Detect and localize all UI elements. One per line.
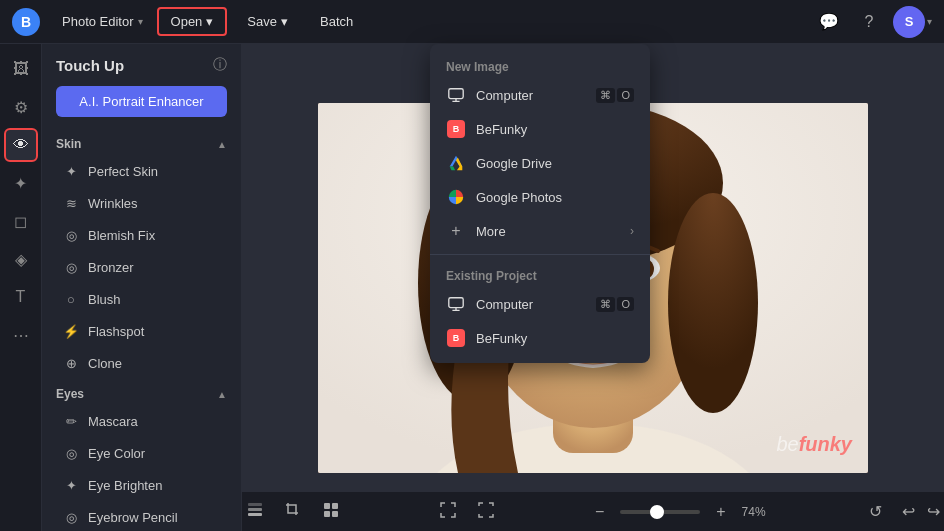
tool-eye-brighten[interactable]: ✦ Eye Brighten: [42, 469, 241, 501]
tool-eye-color[interactable]: ◎ Eye Color: [42, 437, 241, 469]
computer-existing-icon: [446, 294, 466, 314]
batch-label: Batch: [320, 14, 353, 29]
reset-icon[interactable]: ↺: [865, 498, 886, 525]
zoom-thumb[interactable]: [650, 505, 664, 519]
undo-icon[interactable]: ↩: [898, 498, 919, 525]
skin-section-title: Skin: [56, 137, 81, 151]
svg-marker-22: [450, 167, 455, 171]
info-icon[interactable]: ⓘ: [213, 56, 227, 74]
open-chevron: ▾: [206, 14, 213, 29]
save-chevron: ▾: [281, 14, 288, 29]
svg-rect-15: [248, 513, 262, 516]
wrinkles-label: Wrinkles: [88, 196, 138, 211]
svg-rect-18: [324, 511, 330, 517]
user-avatar: S: [893, 6, 925, 38]
plus-symbol: +: [447, 222, 465, 240]
tool-bronzer[interactable]: ◎ Bronzer: [42, 251, 241, 283]
open-more[interactable]: + More ›: [430, 214, 650, 248]
befunky-logo-icon: B: [447, 120, 465, 138]
eye-brighten-label: Eye Brighten: [88, 478, 162, 493]
open-befunky-existing[interactable]: B BeFunky: [430, 321, 650, 355]
app-name-button[interactable]: Photo Editor ▾: [56, 10, 149, 33]
zoom-in-icon[interactable]: +: [712, 499, 729, 525]
mascara-label: Mascara: [88, 414, 138, 429]
logo-area: B: [12, 8, 40, 36]
more-arrow-icon: ›: [630, 224, 634, 238]
dropdown-divider: [430, 254, 650, 255]
topbar-right: 💬 ? S ▾: [813, 6, 932, 38]
befunky-existing-icon: B: [446, 328, 466, 348]
svg-rect-14: [248, 508, 262, 511]
open-gdrive[interactable]: Google Drive: [430, 146, 650, 180]
rail-effects-icon[interactable]: ✦: [4, 166, 38, 200]
rail-frames-icon[interactable]: ◻: [4, 204, 38, 238]
svg-rect-13: [248, 503, 262, 506]
flashspot-label: Flashspot: [88, 324, 144, 339]
tool-mascara[interactable]: ✏ Mascara: [42, 405, 241, 437]
redo-icon[interactable]: ↪: [923, 498, 944, 525]
flashspot-icon: ⚡: [62, 322, 80, 340]
app-name-chevron: ▾: [138, 16, 143, 27]
mascara-icon: ✏: [62, 412, 80, 430]
open-button[interactable]: Open ▾: [157, 7, 228, 36]
eyebrow-pencil-label: Eyebrow Pencil: [88, 510, 178, 525]
open-computer-new-label: Computer: [476, 88, 586, 103]
rail-text-icon[interactable]: T: [4, 280, 38, 314]
blemish-fix-label: Blemish Fix: [88, 228, 155, 243]
tool-blemish-fix[interactable]: ◎ Blemish Fix: [42, 219, 241, 251]
wrinkles-icon: ≋: [62, 194, 80, 212]
tool-perfect-skin[interactable]: ✦ Perfect Skin: [42, 155, 241, 187]
rail-overlays-icon[interactable]: ◈: [4, 242, 38, 276]
gdrive-label: Google Drive: [476, 156, 634, 171]
undo-redo-area: ↩ ↪: [898, 498, 944, 525]
svg-point-6: [668, 193, 758, 413]
open-gphotos[interactable]: Google Photos: [430, 180, 650, 214]
blush-label: Blush: [88, 292, 121, 307]
open-computer-existing-label: Computer: [476, 297, 586, 312]
ai-portrait-button[interactable]: A.I. Portrait Enhancer: [56, 86, 227, 117]
fit-width-icon[interactable]: [473, 497, 499, 527]
save-label: Save: [247, 14, 277, 29]
tool-eyebrow-pencil[interactable]: ◎ Eyebrow Pencil: [42, 501, 241, 531]
perfect-skin-icon: ✦: [62, 162, 80, 180]
rail-more-icon[interactable]: ⋯: [4, 318, 38, 352]
computer-icon: [446, 85, 466, 105]
crop-icon[interactable]: [280, 497, 306, 527]
avatar-area[interactable]: S ▾: [893, 6, 932, 38]
layers-icon[interactable]: [242, 497, 268, 527]
open-computer-existing[interactable]: Computer ⌘O: [430, 287, 650, 321]
skin-collapse-icon[interactable]: ▲: [217, 139, 227, 150]
more-icon: +: [446, 221, 466, 241]
tool-wrinkles[interactable]: ≋ Wrinkles: [42, 187, 241, 219]
open-label: Open: [171, 14, 203, 29]
tool-clone[interactable]: ⊕ Clone: [42, 347, 241, 379]
grid-icon[interactable]: [318, 497, 344, 527]
gdrive-icon: [446, 153, 466, 173]
eye-color-label: Eye Color: [88, 446, 145, 461]
open-befunky-new[interactable]: B BeFunky: [430, 112, 650, 146]
zoom-slider[interactable]: [620, 510, 700, 514]
batch-button[interactable]: Batch: [308, 9, 365, 34]
existing-computer-shortcut: ⌘O: [596, 297, 634, 312]
clone-icon: ⊕: [62, 354, 80, 372]
svg-rect-20: [449, 89, 463, 99]
chat-icon-button[interactable]: 💬: [813, 6, 845, 38]
skin-tools-list: ✦ Perfect Skin ≋ Wrinkles ◎ Blemish Fix …: [42, 155, 241, 379]
rail-adjustments-icon[interactable]: ⚙: [4, 90, 38, 124]
tool-blush[interactable]: ○ Blush: [42, 283, 241, 315]
zoom-out-icon[interactable]: −: [591, 499, 608, 525]
rail-touchup-icon[interactable]: 👁: [4, 128, 38, 162]
app-logo: B: [12, 8, 40, 36]
new-image-section-title: New Image: [430, 52, 650, 78]
rail-photos-icon[interactable]: 🖼: [4, 52, 38, 86]
tool-flashspot[interactable]: ⚡ Flashspot: [42, 315, 241, 347]
help-icon-button[interactable]: ?: [853, 6, 885, 38]
save-button[interactable]: Save ▾: [235, 9, 300, 34]
open-computer-new[interactable]: Computer ⌘O: [430, 78, 650, 112]
fit-icon[interactable]: [435, 497, 461, 527]
eyes-collapse-icon[interactable]: ▲: [217, 389, 227, 400]
icon-rail: 🖼 ⚙ 👁 ✦ ◻ ◈ T ⋯: [0, 44, 42, 531]
app-name-label: Photo Editor: [62, 14, 134, 29]
zoom-percentage: 74%: [742, 505, 774, 519]
eye-brighten-icon: ✦: [62, 476, 80, 494]
